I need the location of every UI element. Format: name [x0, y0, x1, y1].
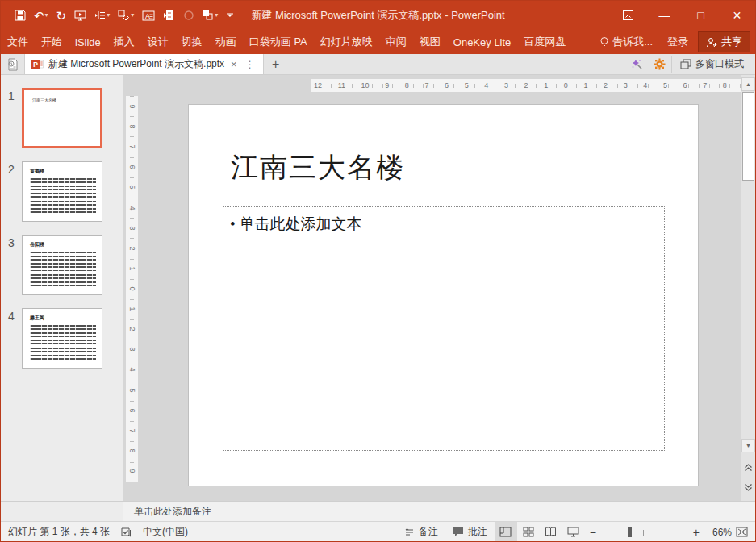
scroll-up-icon[interactable]: ▲ [741, 77, 755, 91]
zoom-slider-thumb[interactable] [628, 527, 632, 537]
slide-canvas[interactable]: 江南三大名楼 • 单击此处添加文本 [188, 104, 699, 486]
hruler-mark: 11 [337, 81, 346, 90]
hruler-mark: 5 [662, 81, 668, 90]
slide-thumbnail-3[interactable]: 岳阳楼 [22, 235, 102, 295]
save-icon[interactable] [12, 8, 28, 23]
text-box-icon[interactable]: A [140, 9, 157, 23]
svg-text:P: P [33, 60, 38, 69]
vruler-mark: 2 [127, 246, 136, 250]
powerpoint-file-icon: P [31, 58, 44, 70]
arrange-icon[interactable]: ▾ [200, 8, 220, 23]
tab-close-icon[interactable]: × [229, 58, 239, 70]
slide-thumbnail-1[interactable]: 江南三大名楼 [22, 88, 102, 148]
scrollbar-thumb[interactable] [742, 92, 754, 181]
language-indicator[interactable]: 中文(中国) [136, 522, 195, 542]
ribbon-tab-row: 文件开始iSlide插入设计切换动画口袋动画 PA幻灯片放映审阅视图OneKey… [1, 30, 755, 54]
scroll-down-icon[interactable]: ▼ [741, 439, 755, 452]
close-icon[interactable]: × [719, 1, 755, 30]
start-from-beginning-icon[interactable] [72, 8, 89, 23]
new-tab-icon[interactable]: + [264, 54, 288, 74]
magic-wand-icon[interactable] [626, 56, 647, 73]
zoom-level[interactable]: 66% [704, 527, 732, 538]
vruler-mark: 4 [127, 206, 136, 210]
thumbnail-body-text [30, 252, 96, 271]
disabled-action-icon [181, 8, 197, 23]
slide-thumbnail-2[interactable]: 黄鹤楼 [22, 161, 102, 222]
tab-baidu-netdisk[interactable]: 百度网盘 [517, 35, 572, 49]
content-placeholder[interactable]: • 单击此处添加文本 [223, 206, 665, 451]
tab-pocket-animation-pa[interactable]: 口袋动画 PA [243, 35, 314, 49]
main-area: 1江南三大名楼2黄鹤楼3岳阳楼4滕王阁 12111098765432101234… [1, 75, 755, 501]
list-indent-icon[interactable]: ▾ [92, 8, 112, 23]
slide-pane-icon[interactable] [161, 8, 178, 23]
comments-toggle-button[interactable]: 批注 [445, 522, 495, 542]
zoom-slider[interactable] [601, 527, 688, 538]
slide-number: 1 [1, 88, 22, 148]
share-button[interactable]: 共享 [698, 31, 750, 52]
comment-icon [453, 527, 464, 537]
tell-me-box[interactable]: 告诉我... [593, 35, 659, 49]
slide-thumbnail-4[interactable]: 滕王阁 [22, 308, 102, 369]
tab-onekey-lite[interactable]: OneKey Lite [447, 36, 518, 48]
hruler-mark: 7 [424, 81, 429, 90]
customize-quick-access-toolbar-icon[interactable] [223, 9, 236, 22]
previous-slide-icon[interactable] [743, 461, 754, 473]
redo-icon[interactable]: ↻ [54, 8, 69, 23]
tab-animations[interactable]: 动画 [209, 35, 243, 49]
multi-window-mode-button[interactable]: 多窗口模式 [671, 56, 749, 73]
sign-in-button[interactable]: 登录 [659, 35, 696, 49]
fit-slide-to-window-icon[interactable] [732, 527, 755, 537]
slide-sorter-view-button[interactable] [517, 522, 540, 542]
hruler-mark: 2 [524, 81, 529, 90]
svg-text:A: A [145, 12, 150, 20]
undo-icon[interactable]: ↶▾ [31, 8, 51, 23]
zoom-out-button[interactable]: − [590, 526, 596, 539]
hruler-mark: 12 [313, 81, 323, 90]
vruler-mark: 1 [127, 266, 136, 270]
zoom-in-button[interactable]: + [693, 526, 700, 539]
spell-check-icon[interactable] [117, 522, 136, 542]
notes-icon [404, 527, 415, 537]
tab-transitions[interactable]: 切换 [175, 35, 209, 49]
document-tab[interactable]: P 新建 Microsoft PowerPoint 演示文稿.pptx × ⋮ [25, 54, 264, 74]
tab-file[interactable]: 文件 [1, 35, 35, 49]
hruler-mark: 10 [361, 81, 370, 90]
thumbnail-title: 岳阳楼 [30, 241, 102, 248]
vruler-mark: 6 [127, 165, 136, 169]
slide-show-button[interactable] [562, 522, 585, 542]
vertical-scrollbar: ▲ ▼ [741, 75, 755, 501]
tab-insert[interactable]: 插入 [107, 35, 141, 49]
hruler-mark: 2 [603, 81, 608, 90]
vruler-mark: 7 [127, 428, 136, 432]
horizontal-ruler: 1211109876543210123456789101112 [311, 79, 756, 92]
ribbon-display-options-icon[interactable] [610, 1, 646, 30]
shapes-icon[interactable]: ▾ [115, 8, 136, 23]
reading-view-button[interactable] [540, 522, 562, 542]
vruler-mark: 8 [127, 125, 136, 129]
maximize-icon[interactable]: □ [683, 1, 719, 30]
hruler-mark: 3 [503, 81, 509, 90]
thumbnail-body-text [30, 348, 96, 361]
slide-number: 2 [1, 161, 22, 222]
tab-review[interactable]: 审阅 [379, 35, 413, 49]
notes-toggle-button[interactable]: 备注 [397, 522, 445, 542]
vruler-mark: 1 [127, 307, 136, 311]
tab-more-icon[interactable]: ⋮ [244, 59, 257, 70]
tab-home[interactable]: 开始 [35, 35, 69, 49]
settings-gear-icon[interactable] [649, 56, 670, 73]
normal-view-button[interactable] [495, 522, 517, 542]
tab-islide[interactable]: iSlide [69, 36, 107, 48]
tab-design[interactable]: 设计 [141, 35, 175, 49]
notes-placeholder[interactable]: 单击此处添加备注 [123, 505, 211, 519]
tab-slide-show[interactable]: 幻灯片放映 [314, 35, 379, 49]
hruler-mark: 4 [642, 81, 648, 90]
zoom-controls: − + [585, 526, 704, 539]
slide-title-text[interactable]: 江南三大名楼 [231, 149, 405, 186]
minimize-icon[interactable]: — [646, 1, 683, 30]
tab-view[interactable]: 视图 [413, 35, 447, 49]
next-slide-icon[interactable] [743, 481, 754, 494]
vruler-mark: 2 [127, 327, 136, 331]
recent-files-icon[interactable] [1, 54, 25, 74]
window-controls: — □ × [610, 1, 755, 30]
vruler-mark: 5 [127, 388, 136, 392]
